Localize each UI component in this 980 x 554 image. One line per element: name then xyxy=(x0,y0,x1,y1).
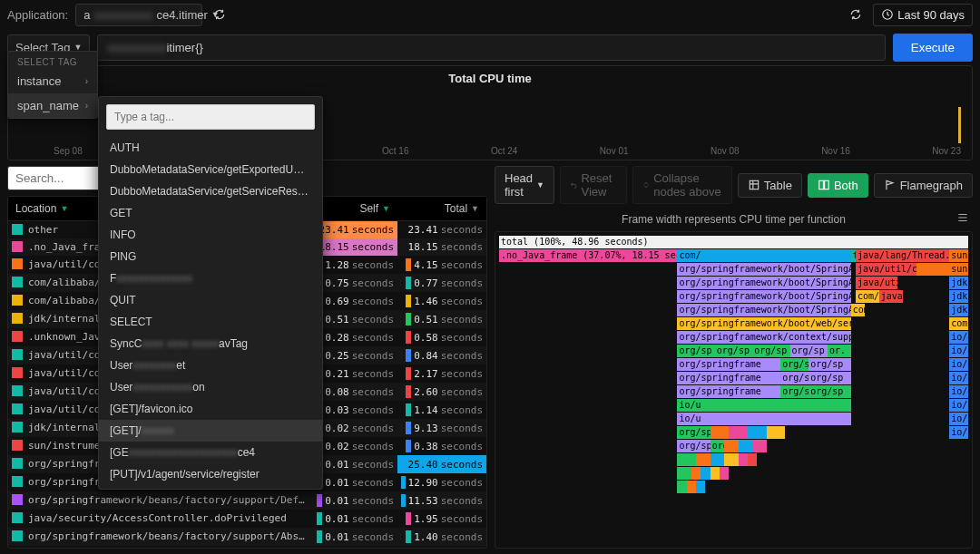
head-first-select[interactable]: Head first▼ xyxy=(495,166,554,204)
flame-cell[interactable] xyxy=(499,290,677,303)
span-option[interactable]: QUIT xyxy=(99,289,322,311)
flame-cell[interactable] xyxy=(851,426,950,439)
flame-cell[interactable] xyxy=(691,467,701,480)
flame-cell[interactable]: java/util/concu xyxy=(856,263,916,276)
flame-cell[interactable] xyxy=(724,440,739,452)
view-flamegraph-button[interactable]: Flamegraph xyxy=(874,173,973,198)
flame-cell[interactable]: org/springframework/boot/SpringApplic xyxy=(677,290,850,303)
flame-cell[interactable]: org/sp xyxy=(715,345,752,357)
flame-cell[interactable] xyxy=(677,467,691,480)
flame-cell[interactable]: jdk/ xyxy=(949,290,968,303)
span-option[interactable]: [GET]/favicon.ico xyxy=(99,398,322,420)
flame-cell[interactable]: org/sp xyxy=(677,426,710,439)
flame-cell[interactable] xyxy=(499,481,677,493)
flame-cell[interactable] xyxy=(499,413,677,425)
flame-cell[interactable] xyxy=(499,345,677,357)
span-option[interactable]: AUTH xyxy=(99,137,322,159)
flame-cell[interactable]: sun/ xyxy=(949,263,968,276)
table-row[interactable]: org/springframework/beans/factory/suppor… xyxy=(8,528,486,546)
flame-cell[interactable] xyxy=(851,399,950,412)
flame-cell[interactable] xyxy=(767,440,851,452)
flame-cell[interactable] xyxy=(710,426,730,439)
span-option[interactable]: Fxxxxxxxxxxxxxx xyxy=(99,267,322,289)
flame-cell[interactable] xyxy=(499,277,677,289)
flame-cell[interactable] xyxy=(696,453,710,466)
flame-cell[interactable] xyxy=(499,263,677,276)
flame-cell[interactable]: jdk/ xyxy=(949,304,968,316)
flame-cell[interactable]: org/sp xyxy=(808,358,851,371)
span-option[interactable]: PING xyxy=(99,246,322,267)
flame-cell[interactable]: sun/ xyxy=(949,249,968,262)
flame-cell[interactable]: io/g xyxy=(949,358,968,371)
flame-cell[interactable] xyxy=(851,413,950,425)
flame-cell[interactable] xyxy=(499,467,677,480)
flame-cell[interactable]: org/sp xyxy=(752,345,789,357)
flame-cell[interactable]: com xyxy=(851,304,866,316)
flame-cell[interactable]: org/sp xyxy=(780,358,808,371)
flame-cell[interactable] xyxy=(865,304,949,316)
collapse-nodes-button[interactable]: Collapse nodes above xyxy=(632,166,732,204)
refresh-time-button[interactable] xyxy=(846,5,866,24)
span-option[interactable]: GET xyxy=(99,202,322,224)
flame-cell[interactable]: org xyxy=(710,440,725,452)
flame-cell[interactable]: org/springframework/boot/SpringApplic xyxy=(677,304,850,316)
flame-cell[interactable]: org/springframe xyxy=(677,385,780,398)
flame-cell[interactable] xyxy=(677,453,696,466)
flame-cell[interactable] xyxy=(739,440,753,452)
flame-cell[interactable] xyxy=(851,317,950,330)
flame-cell[interactable]: org/springframe xyxy=(677,358,780,371)
flame-cell[interactable] xyxy=(499,331,677,344)
flame-cell[interactable]: jdk/ xyxy=(949,277,968,289)
span-option[interactable]: [GExxxxxxxxxxxxxxxxxxxxce4 xyxy=(99,442,322,463)
flame-cell[interactable] xyxy=(916,263,949,276)
span-option[interactable]: SyncCxxxx xxxx xxxxxavTag xyxy=(99,333,322,355)
span-option[interactable]: [PUT]/v1/agent/service/register xyxy=(99,463,322,485)
flame-cell[interactable] xyxy=(767,426,786,439)
flame-cell[interactable]: org/springframework/boot/SpringApplicati… xyxy=(677,263,850,276)
flame-cell[interactable] xyxy=(729,426,748,439)
refresh-app-button[interactable] xyxy=(210,5,230,24)
query-input[interactable]: xxxxxxxxxx itimer{} xyxy=(97,34,885,61)
flame-cell[interactable] xyxy=(851,345,950,357)
span-option[interactable]: SELECT xyxy=(99,311,322,333)
flame-cell[interactable] xyxy=(748,453,757,466)
flame-cell[interactable]: total (100%, 48.96 seconds) xyxy=(499,236,968,248)
flame-cell[interactable] xyxy=(499,358,677,371)
flame-cell[interactable]: org/sp xyxy=(780,372,808,384)
flame-cell[interactable]: io/ xyxy=(949,399,968,412)
flame-cell[interactable]: org/sp xyxy=(808,372,851,384)
flame-cell[interactable]: io/ xyxy=(949,413,968,425)
flamegraph[interactable]: total (100%, 48.96 seconds).no_Java_fram… xyxy=(495,231,973,549)
hamburger-icon[interactable] xyxy=(956,211,969,227)
flame-cell[interactable]: org/sp xyxy=(790,345,828,357)
table-row[interactable]: org/springframework/beans/factory/suppor… xyxy=(8,491,486,510)
flame-cell[interactable] xyxy=(851,372,950,384)
flame-cell[interactable] xyxy=(499,304,677,316)
flame-cell[interactable]: com/ xyxy=(949,317,968,330)
flame-cell[interactable]: com/ xyxy=(856,290,879,303)
flame-cell[interactable]: org/sp xyxy=(677,345,714,357)
flame-cell[interactable] xyxy=(677,481,686,493)
flame-cell[interactable]: java/util/ xyxy=(856,277,898,289)
flame-cell[interactable] xyxy=(499,453,677,466)
flame-cell[interactable] xyxy=(499,426,677,439)
flame-cell[interactable]: org/springframework/boot/web/servlet/c xyxy=(677,317,850,330)
flame-cell[interactable]: org/sp xyxy=(808,385,851,398)
flame-cell[interactable] xyxy=(696,481,705,493)
flame-cell[interactable]: io/g xyxy=(949,372,968,384)
span-option[interactable]: DubboMetadataService/getServiceRestMetad… xyxy=(99,180,322,202)
flame-cell[interactable] xyxy=(724,453,739,466)
flame-cell[interactable]: org/sp xyxy=(677,440,710,452)
flame-cell[interactable] xyxy=(785,426,850,439)
flame-cell[interactable]: java/lang/Thread.run ( xyxy=(856,249,949,262)
flame-cell[interactable]: io/g xyxy=(949,385,968,398)
flame-cell[interactable] xyxy=(752,440,767,452)
tag-item-span_name[interactable]: span_name› xyxy=(8,93,97,118)
tag-filter-input[interactable] xyxy=(106,104,315,130)
span-option[interactable]: Userxxxxxxxxet xyxy=(99,355,322,376)
flame-cell[interactable] xyxy=(499,440,677,452)
flame-cell[interactable] xyxy=(499,399,677,412)
flame-cell[interactable]: .no_Java_frame (37.07%, 18.15 seconds) xyxy=(499,249,677,262)
flame-cell[interactable] xyxy=(851,358,950,371)
flame-cell[interactable] xyxy=(903,290,950,303)
